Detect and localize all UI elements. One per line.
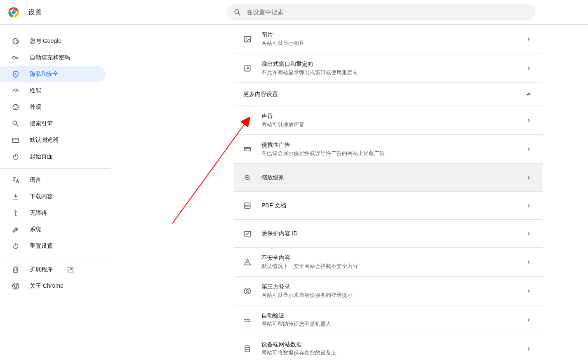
sound-icon [243, 116, 252, 124]
row-subtitle: 网站可以显示图片 [261, 40, 515, 47]
chevron-right-icon [524, 345, 533, 353]
search-icon [233, 8, 242, 16]
sidebar-item-label: 无障碍 [30, 209, 47, 217]
sidebar-divider [0, 168, 111, 169]
sidebar-item-label: 系统 [30, 226, 41, 233]
warning-icon [243, 258, 252, 266]
setting-row-third-party-signin[interactable]: 第三方登录 网站可以显示来自身份服务的登录提示 [234, 276, 543, 305]
row-title: 侵扰性广告 [261, 141, 515, 149]
setting-row-popups[interactable]: 弹出式窗口和重定向 不允许网站显示弹出式窗口或使用重定向 [234, 54, 543, 82]
ads-icon [243, 145, 252, 153]
row-text: 受保护内容 ID [261, 230, 515, 237]
row-text: 图片 网站可以显示图片 [261, 31, 515, 47]
page-title: 设置 [28, 7, 42, 17]
sidebar-item-system[interactable]: 系统 [0, 221, 106, 238]
power-icon [12, 153, 20, 161]
palette-icon [12, 103, 20, 111]
chevron-right-icon [524, 316, 533, 324]
chevron-right-icon [524, 230, 533, 238]
sidebar: 您与 Google 自动填充和密码 隐私和安全 性能 外观 搜索引擎 默认浏览器… [0, 25, 111, 364]
setting-row-sound[interactable]: 声音 网站可以播放声音 [234, 106, 543, 134]
sidebar-item-default-browser[interactable]: 默认浏览器 [0, 132, 106, 148]
sidebar-item-reset[interactable]: 重置设置 [0, 238, 106, 254]
sidebar-item-label: 自动填充和密码 [30, 54, 70, 61]
row-title: 自动验证 [261, 312, 515, 319]
row-subtitle: 网站可以播放声音 [261, 121, 515, 128]
pdf-icon [243, 202, 252, 210]
header: 设置 [0, 0, 588, 25]
reset-icon [12, 242, 20, 250]
key-icon [12, 54, 20, 62]
sidebar-item-label: 起始页面 [30, 153, 53, 160]
wrench-icon [12, 225, 20, 234]
sidebar-item-autofill[interactable]: 自动填充和密码 [0, 49, 106, 66]
language-icon [12, 176, 20, 184]
chevron-right-icon [524, 35, 533, 43]
setting-row-intrusive-ads[interactable]: 侵扰性广告 在已知会展示侵扰性或误导性广告的网站上屏蔽广告 [234, 134, 543, 163]
open-external-icon [67, 266, 74, 273]
row-text: 侵扰性广告 在已知会展示侵扰性或误导性广告的网站上屏蔽广告 [261, 141, 515, 157]
setting-row-insecure-content[interactable]: 不安全内容 默认情况下，安全网站会拦截不安全内容 [234, 247, 543, 276]
row-text: 缩放级别 [261, 174, 515, 181]
row-text: 不安全内容 默认情况下，安全网站会拦截不安全内容 [261, 254, 515, 270]
shield-icon [12, 70, 20, 78]
chevron-right-icon [524, 174, 533, 182]
sidebar-item-search-engine[interactable]: 搜索引擎 [0, 115, 106, 132]
sidebar-item-downloads[interactable]: 下载内容 [0, 188, 106, 205]
sidebar-item-label: 关于 Chrome [30, 282, 64, 290]
row-text: 设备端网站数据 网站可将数据保存在您的设备上 [261, 341, 515, 357]
section-more-content-settings[interactable]: 更多内容设置 [234, 82, 543, 106]
row-subtitle: 不允许网站显示弹出式窗口或使用重定向 [261, 69, 515, 76]
setting-row-auto-verify[interactable]: 自动验证 网站可帮助验证您不是机器人 [234, 305, 543, 334]
main-content: 图片 网站可以显示图片 弹出式窗口和重定向 不允许网站显示弹出式窗口或使用重定向… [111, 25, 588, 364]
sidebar-item-privacy[interactable]: 隐私和安全 [0, 66, 106, 82]
svg-point-36 [12, 10, 16, 14]
sidebar-item-label: 语言 [30, 176, 41, 184]
sidebar-item-label: 扩展程序 [30, 266, 53, 273]
row-text: PDF 文档 [261, 202, 515, 209]
sidebar-item-appearance[interactable]: 外观 [0, 99, 106, 115]
search-box[interactable] [227, 4, 535, 21]
sidebar-item-label: 您与 Google [30, 38, 61, 45]
row-text: 第三方登录 网站可以显示来自身份服务的登录提示 [261, 283, 515, 299]
chevron-right-icon [524, 116, 533, 124]
sidebar-item-label: 下载内容 [30, 193, 53, 200]
sidebar-item-about-chrome[interactable]: 关于 Chrome [0, 278, 106, 294]
user-circle-icon [243, 287, 252, 295]
auto-verify-icon [243, 316, 252, 324]
speedometer-icon [12, 87, 20, 95]
setting-row-pdf[interactable]: PDF 文档 [234, 191, 543, 219]
download-icon [12, 193, 20, 201]
row-title: 声音 [261, 113, 515, 120]
image-icon [243, 35, 252, 43]
chrome-outline-icon [12, 282, 20, 290]
setting-row-images[interactable]: 图片 网站可以显示图片 [234, 25, 543, 54]
sidebar-item-you-and-google[interactable]: 您与 Google [0, 33, 106, 49]
setting-row-zoom-levels[interactable]: 缩放级别 [234, 163, 543, 191]
sidebar-item-label: 外观 [30, 103, 41, 111]
setting-row-protected-content[interactable]: 受保护内容 ID [234, 219, 543, 247]
chevron-right-icon [524, 145, 533, 153]
row-subtitle: 在已知会展示侵扰性或误导性广告的网站上屏蔽广告 [261, 150, 515, 157]
setting-row-device-site-data[interactable]: 设备端网站数据 网站可将数据保存在您的设备上 [234, 334, 543, 363]
search-icon [12, 120, 20, 128]
accessibility-icon [12, 209, 20, 217]
sidebar-item-accessibility[interactable]: 无障碍 [0, 205, 106, 221]
protected-content-icon [243, 230, 252, 238]
sidebar-item-extensions[interactable]: 扩展程序 [0, 261, 106, 278]
google-g-icon [12, 37, 20, 45]
row-text: 自动验证 网站可帮助验证您不是机器人 [261, 312, 515, 328]
row-title: 弹出式窗口和重定向 [261, 61, 515, 68]
search-input[interactable] [247, 9, 529, 16]
settings-panel: 图片 网站可以显示图片 弹出式窗口和重定向 不允许网站显示弹出式窗口或使用重定向… [234, 25, 543, 363]
row-text: 弹出式窗口和重定向 不允许网站显示弹出式窗口或使用重定向 [261, 61, 515, 76]
sidebar-item-languages[interactable]: 语言 [0, 172, 106, 188]
row-title: PDF 文档 [261, 202, 515, 209]
sidebar-item-label: 隐私和安全 [30, 70, 59, 78]
row-title: 设备端网站数据 [261, 341, 515, 348]
sidebar-item-on-startup[interactable]: 起始页面 [0, 148, 106, 165]
row-subtitle: 网站可将数据保存在您的设备上 [261, 349, 515, 357]
chevron-right-icon [524, 258, 533, 266]
sidebar-item-label: 默认浏览器 [30, 136, 59, 144]
sidebar-item-performance[interactable]: 性能 [0, 82, 106, 99]
